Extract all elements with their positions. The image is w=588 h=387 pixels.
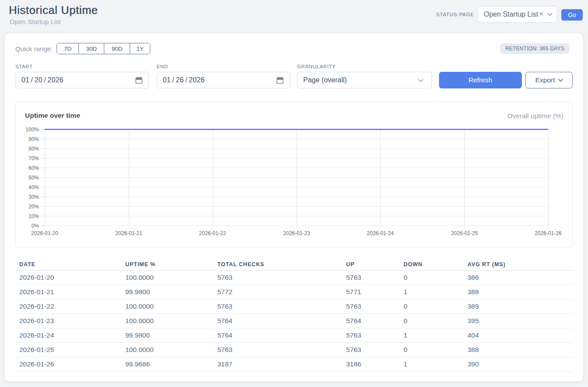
svg-text:0%: 0% [32, 223, 39, 229]
svg-text:20%: 20% [28, 204, 39, 210]
svg-text:2026-01-25: 2026-01-25 [451, 230, 478, 236]
svg-text:60%: 60% [28, 165, 39, 171]
svg-text:30%: 30% [28, 194, 39, 200]
svg-text:90%: 90% [28, 136, 39, 142]
svg-text:80%: 80% [28, 146, 39, 152]
svg-text:2026-01-23: 2026-01-23 [283, 230, 310, 236]
svg-text:2026-01-20: 2026-01-20 [31, 230, 58, 236]
svg-text:40%: 40% [28, 184, 39, 190]
svg-text:100%: 100% [25, 127, 39, 133]
svg-text:2026-01-22: 2026-01-22 [199, 230, 226, 236]
svg-text:2026-01-21: 2026-01-21 [115, 230, 142, 236]
svg-text:70%: 70% [28, 155, 39, 162]
svg-text:50%: 50% [28, 175, 39, 181]
svg-text:10%: 10% [28, 213, 39, 219]
svg-text:2026-01-26: 2026-01-26 [535, 230, 562, 236]
svg-text:2026-01-24: 2026-01-24 [367, 230, 394, 236]
